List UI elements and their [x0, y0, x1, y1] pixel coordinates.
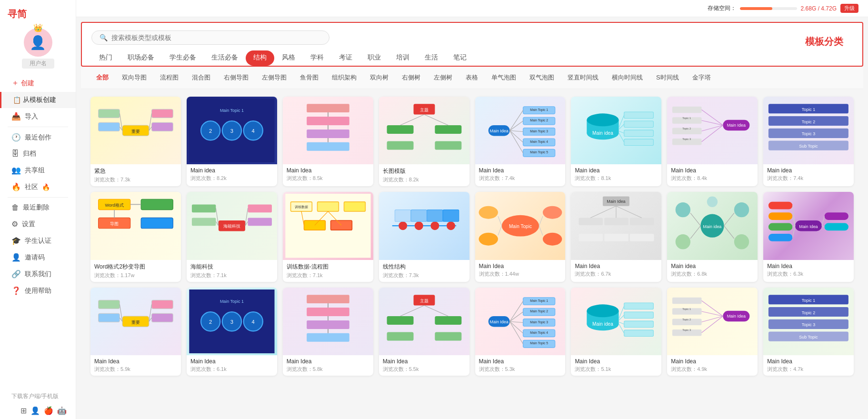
template-card[interactable]: Main Idea Main Topic 1 Main Topic 2 Main…	[475, 288, 566, 376]
template-card[interactable]: 2 3 4 Main Topic 1 Main idea 浏览次数：8.2k	[187, 97, 277, 186]
sub-cat-右侧导图[interactable]: 右侧导图	[218, 71, 254, 84]
filter-tab-学科[interactable]: 学科	[303, 50, 331, 66]
svg-rect-222	[624, 321, 654, 327]
template-grid-container: 重要 紧急 浏览次数：7.3k 2 3	[81, 89, 863, 419]
template-card[interactable]: 线性结构 浏览次数：7.3k	[379, 192, 469, 281]
sidebar-item-import[interactable]: 📥 导入	[0, 108, 76, 125]
mini-diagram	[283, 288, 373, 355]
svg-line-237	[702, 316, 723, 333]
crown-icon: 👑	[33, 23, 43, 32]
filter-tab-风格[interactable]: 风格	[274, 50, 303, 66]
create-button[interactable]: ＋ 创建	[0, 74, 76, 92]
sidebar-item-invite[interactable]: 👤 邀请码	[0, 249, 76, 266]
template-card[interactable]: Main idea Main idea 浏览次数：8.1k	[571, 97, 661, 186]
sub-cat-双向树[interactable]: 双向树	[364, 71, 394, 84]
template-card[interactable]: Main Idea Main Idea 浏览次数：6.3k	[763, 192, 854, 281]
template-card[interactable]: 重要 紧急 浏览次数：7.3k	[90, 97, 181, 186]
template-card[interactable]: Topic 1 Topic 2 Topic 3 Sub Topic Main I…	[763, 288, 854, 376]
person-icon[interactable]: 👤	[30, 406, 40, 415]
sub-cat-鱼骨图[interactable]: 鱼骨图	[294, 71, 324, 84]
template-card[interactable]: Main Idea Main Topic 1 Main Topic 2 Main…	[475, 97, 566, 186]
template-card[interactable]: Main Idea Topic 1 Topic 2 Topic 3 Main I…	[667, 288, 758, 376]
android-icon[interactable]: 🤖	[57, 406, 67, 415]
template-card[interactable]: 海能科技 海能科技 浏览次数：7.1k	[187, 192, 277, 281]
template-title: Main Idea	[671, 358, 754, 365]
sub-cat-流程图[interactable]: 流程图	[154, 71, 184, 84]
sub-cat-左侧导图[interactable]: 左侧导图	[256, 71, 292, 84]
template-card[interactable]: Topic 1 Topic 2 Topic 3 Sub Topic Main i…	[763, 97, 854, 186]
svg-rect-18	[307, 104, 349, 112]
sub-cat-单气泡图[interactable]: 单气泡图	[486, 71, 522, 84]
template-card[interactable]: Main Topic Main Idea 浏览次数：1.44w	[475, 192, 566, 281]
sub-cat-双向导图[interactable]: 双向导图	[116, 71, 152, 84]
template-card[interactable]: 训练数据 训练数据-流程图 浏览次数：7.1k	[283, 192, 373, 281]
filter-tab-职场必备[interactable]: 职场必备	[120, 50, 162, 66]
sub-cat-双气泡图[interactable]: 双气泡图	[524, 71, 560, 84]
template-info: Word格式2秒变导图 浏览次数：1.17w	[90, 260, 181, 282]
sidebar-item-recent-delete[interactable]: 🗑 最近删除	[0, 200, 76, 216]
svg-rect-156	[768, 223, 792, 231]
mini-diagram: Word格式 导图	[90, 192, 181, 259]
svg-rect-196	[435, 332, 461, 340]
filter-tab-考证[interactable]: 考证	[331, 50, 360, 66]
filter-tab-生活必备[interactable]: 生活必备	[204, 50, 246, 66]
mini-diagram: Main Idea	[571, 192, 661, 259]
template-views: 浏览次数：5.9k	[94, 366, 177, 373]
template-card[interactable]: Main Idea Main Idea 浏览次数：6.7k	[571, 192, 661, 281]
sub-cat-横向时间线[interactable]: 横向时间线	[606, 71, 649, 84]
sidebar-item-contact[interactable]: 🔗 联系我们	[0, 266, 76, 282]
sub-cat-全部[interactable]: 全部	[90, 71, 114, 84]
template-views: 浏览次数：7.4k	[767, 175, 850, 182]
sidebar-item-recent[interactable]: 🕐 最近创作	[0, 129, 76, 146]
windows-icon[interactable]: ⊞	[20, 406, 27, 415]
svg-text:Topic 2: Topic 2	[683, 127, 691, 130]
upgrade-button[interactable]: 升级	[840, 4, 858, 13]
template-card[interactable]: 主题 长图模版 浏览次数：8.2k	[379, 97, 469, 186]
sub-cat-表格[interactable]: 表格	[460, 71, 484, 84]
storage-bar	[740, 7, 797, 10]
top-bar: 存储空间： 2.68G / 4.72G 升级	[76, 0, 868, 17]
sub-cat-S时间线[interactable]: S时间线	[650, 71, 685, 84]
filter-tab-职业[interactable]: 职业	[360, 50, 389, 66]
sidebar-item-share-group[interactable]: 👥 共享组	[0, 162, 76, 179]
template-card[interactable]: Word格式 导图 Word格式2秒变导图 浏览次数：1.17w	[90, 192, 181, 281]
sidebar-item-settings[interactable]: ⚙ 设置	[0, 216, 76, 232]
filter-tab-结构[interactable]: 结构	[246, 50, 274, 66]
filter-tab-培训[interactable]: 培训	[389, 50, 417, 66]
template-card[interactable]: Main Idea 浏览次数：8.5k	[283, 97, 373, 186]
mini-diagram: Main Idea Main Topic 1 Main Topic 2 Main…	[475, 97, 566, 164]
sidebar-item-student[interactable]: 🎓 学生认证	[0, 232, 76, 249]
svg-rect-103	[317, 202, 339, 211]
svg-text:重要: 重要	[131, 129, 140, 134]
filter-tab-学生必备[interactable]: 学生必备	[162, 50, 204, 66]
sub-cat-金字塔[interactable]: 金字塔	[687, 71, 717, 84]
template-card[interactable]: Main Idea Topic 1 Topic 2 Topic 3 Main I…	[667, 97, 758, 186]
filter-tab-生活[interactable]: 生活	[417, 50, 446, 66]
template-card[interactable]: Main idea Main Idea 浏览次数：5.1k	[571, 288, 661, 376]
svg-text:Topic 3: Topic 3	[802, 131, 815, 136]
sidebar-item-help[interactable]: ❓ 使用帮助	[0, 282, 76, 299]
template-card[interactable]: 重要 Main Idea 浏览次数：5.9k	[90, 288, 181, 376]
filter-tab-笔记[interactable]: 笔记	[446, 50, 474, 66]
template-card[interactable]: 主题 Main Idea 浏览次数：5.5k	[379, 288, 469, 376]
sub-cat-左侧树[interactable]: 左侧树	[428, 71, 458, 84]
filter-tab-热门[interactable]: 热门	[91, 50, 120, 66]
sidebar-item-community[interactable]: 🔥 社区 🔥	[0, 179, 76, 195]
sub-cat-混合图[interactable]: 混合图	[186, 71, 216, 84]
apple-icon[interactable]: 🍎	[44, 406, 53, 415]
template-card[interactable]: 2 3 4 Main Topic 1 Main Idea 浏览次数：6.1k	[187, 288, 277, 376]
from-template-button[interactable]: 📋 从模板创建	[0, 92, 76, 108]
svg-line-151	[724, 226, 734, 239]
avatar: 👑 👤	[24, 28, 52, 57]
template-card[interactable]: Main Idea 浏览次数：5.8k	[283, 288, 373, 376]
template-card[interactable]: Main idea Main idea 浏览次数：6.8k	[667, 192, 758, 281]
sub-cat-右侧树[interactable]: 右侧树	[396, 71, 426, 84]
sub-cat-竖直时间线[interactable]: 竖直时间线	[562, 71, 604, 84]
template-thumb: Main idea	[571, 288, 661, 355]
svg-rect-54	[624, 112, 654, 118]
sub-cat-组织架构[interactable]: 组织架构	[326, 71, 362, 84]
svg-text:Main Idea: Main Idea	[489, 319, 508, 324]
sidebar-item-archive[interactable]: 🗄 归档	[0, 146, 76, 162]
search-input[interactable]	[111, 34, 321, 41]
template-views: 浏览次数：5.1k	[575, 366, 658, 373]
